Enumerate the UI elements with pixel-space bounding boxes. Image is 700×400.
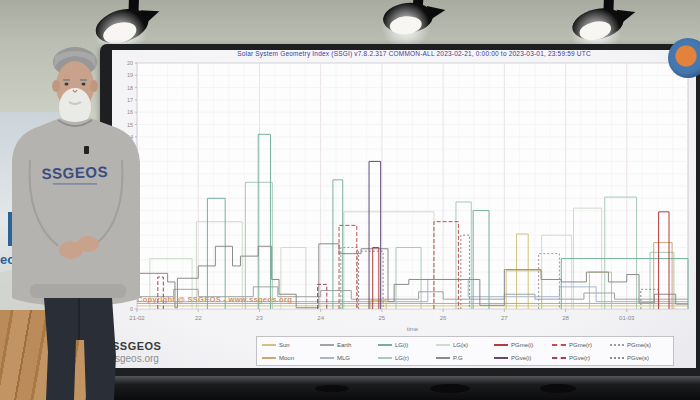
legend-swatch (610, 344, 624, 346)
eyebrow (63, 79, 70, 81)
legend-label: Moon (279, 355, 294, 361)
legend-swatch (494, 357, 508, 359)
legend-label: PGve(r) (569, 355, 590, 361)
legend-label: PGme(s) (627, 342, 651, 348)
background-banner: eon (0, 112, 64, 310)
legend-swatch (610, 357, 624, 359)
banner-graphic (0, 270, 64, 310)
legend-label: PGme(r) (569, 342, 592, 348)
legend-item-PGme(r): PGme(r) (552, 342, 610, 348)
ssgeos-logo (668, 38, 700, 78)
banner-partial-text: eon (0, 252, 23, 267)
eye (82, 82, 86, 85)
legend-swatch (378, 357, 392, 359)
hand (77, 236, 99, 252)
legend-swatch (320, 344, 334, 346)
legend-label: PGme(i) (511, 342, 533, 348)
legend-item-LG(s): LG(s) (436, 342, 494, 348)
legend-item-PGve(s): PGve(s) (610, 355, 668, 361)
legend-swatch (262, 357, 276, 359)
legend-item-P.G: P.G (436, 355, 494, 361)
microphone-icon (84, 146, 89, 154)
legend-swatch (436, 357, 450, 359)
legend-swatch (552, 344, 566, 346)
legend-swatch (494, 344, 508, 346)
nose (73, 90, 77, 92)
legend-item-Sun: Sun (262, 342, 320, 348)
legend-label: LG(s) (453, 342, 468, 348)
face (56, 61, 94, 111)
legend-swatch (262, 344, 276, 346)
marker (315, 385, 349, 392)
display-screen (112, 50, 696, 368)
display-board (100, 44, 700, 378)
legend-item-LG(i): LG(i) (378, 342, 436, 348)
chart-title: Solar System Geometry Index (SSGI) v7.8.… (140, 50, 688, 57)
banner-logo-block (8, 212, 32, 246)
legend-label: LG(i) (395, 342, 408, 348)
legend-label: P.G (453, 355, 463, 361)
legend-label: PGve(i) (511, 355, 531, 361)
marker (430, 384, 470, 393)
eye (65, 82, 69, 85)
legend-swatch (378, 344, 392, 346)
legend-swatch (436, 344, 450, 346)
board-tray (100, 376, 700, 400)
hair-fringe (54, 51, 96, 70)
legend-item-PGme(s): PGme(s) (610, 342, 668, 348)
legend-label: PGve(s) (627, 355, 649, 361)
video-frame: eon (0, 0, 700, 400)
legend-label: LG(r) (395, 355, 409, 361)
legend-label: Earth (337, 342, 351, 348)
legend-item-PGme(i): PGme(i) (494, 342, 552, 348)
eyebrow (80, 79, 87, 81)
hair (53, 47, 97, 77)
legend-swatch (320, 357, 334, 359)
legend-label: Sun (279, 342, 290, 348)
chart-watermark: Copyright @ SSGEOS - www.ssgeos.org (137, 295, 292, 304)
legend-item-PGve(r): PGve(r) (552, 355, 610, 361)
marker (540, 384, 576, 393)
ear-icon (90, 80, 98, 92)
mustache (69, 102, 81, 104)
chart-legend: SunMoonEarthMLGLG(i)LG(r)LG(s)P.GPGme(i)… (256, 336, 674, 366)
screen-footer-url: ssgeos.org (110, 353, 159, 364)
legend-item-MLG: MLG (320, 355, 378, 361)
legend-label: MLG (337, 355, 350, 361)
screen-footer-brand: SSGEOS (112, 340, 161, 352)
ear-icon (52, 80, 60, 92)
legend-swatch (552, 357, 566, 359)
legend-item-LG(r): LG(r) (378, 355, 436, 361)
legend-item-PGve(i): PGve(i) (494, 355, 552, 361)
legend-item-Earth: Earth (320, 342, 378, 348)
legend-item-Moon: Moon (262, 355, 320, 361)
